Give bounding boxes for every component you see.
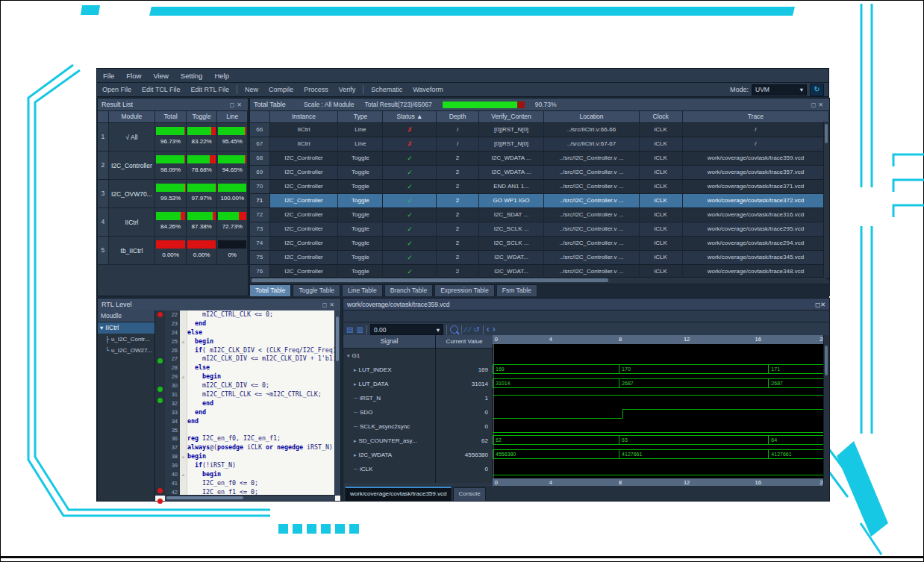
table-row[interactable]: 73I2C_ControllerToggle✓2I2C_SCLK ...../s…: [250, 222, 829, 237]
close-icon[interactable]: ✕: [237, 102, 244, 108]
zoom-icon[interactable]: [450, 325, 458, 334]
code-line[interactable]: mI2C_CTRL_CLK <= ~mI2C_CTRL_CLK;: [187, 390, 335, 399]
code-line[interactable]: reg I2C_en_f0, I2C_en_f1;: [187, 434, 335, 443]
wave-row[interactable]: 169170171: [493, 362, 825, 376]
code-line[interactable]: mI2C_CTRL_CLK <= 0;: [187, 310, 335, 319]
tab-fsm-table[interactable]: Fsm Table: [496, 284, 537, 296]
table-row[interactable]: 5tb_IICtrl0.00%0.00%0%: [98, 237, 248, 265]
code-line[interactable]: if( mI2C_CLK_DIV < (CLK_Freq/I2C_Freq)/2…: [187, 346, 335, 355]
wave-row[interactable]: 3101426872687: [493, 376, 825, 390]
breakpoint-slot[interactable]: [155, 387, 165, 396]
menu-item-setting[interactable]: Setting: [175, 72, 209, 80]
code-line[interactable]: end: [187, 417, 335, 426]
breakpoint-slot[interactable]: [155, 339, 165, 348]
code-horizontal-scrollbar[interactable]: [165, 495, 335, 501]
menu-item-flow[interactable]: Flow: [120, 72, 147, 80]
wave-row[interactable]: 626364: [493, 433, 825, 447]
column-header-module[interactable]: Module: [109, 111, 156, 122]
signal-item[interactable]: ▸LUT_INDEX: [343, 363, 435, 377]
breakpoint-slot[interactable]: [155, 358, 165, 367]
signal-item[interactable]: ─SCLK_async2sync: [343, 419, 435, 434]
tree-item-child[interactable]: └ u_I2C_OW27...: [98, 345, 154, 356]
table-row[interactable]: 66IICtrlLine✗/[0]|RST_N[0]../src/IICtrl.…: [250, 123, 829, 137]
table-row[interactable]: 69I2C_ControllerToggle✓2I2C_WDATA ...../…: [250, 166, 829, 180]
next-edge-icon[interactable]: ›: [493, 324, 496, 335]
toolbar-button-edit-tcl-file[interactable]: Edit TCL File: [137, 86, 186, 93]
breakpoint-slot[interactable]: [155, 424, 165, 433]
float-icon[interactable]: ◻: [322, 302, 330, 308]
panel-window-icons[interactable]: ◻✕: [811, 102, 825, 108]
table-row[interactable]: 72I2C_ControllerToggle✓2I2C_SDAT ...../s…: [250, 208, 829, 222]
toolbar-button-verify[interactable]: Verify: [334, 86, 361, 93]
breakpoint-slot[interactable]: [155, 376, 165, 385]
wave-row[interactable]: [493, 419, 825, 433]
code-editor[interactable]: 2223242526272829303132333435363738394041…: [155, 310, 340, 501]
spinner-icon[interactable]: ▾: [437, 326, 440, 334]
prev-edge-icon[interactable]: ‹: [487, 324, 490, 335]
tab-line-table[interactable]: Line Table: [342, 284, 383, 296]
wave-row[interactable]: [493, 461, 825, 475]
open-file-icon[interactable]: ▤: [346, 324, 353, 335]
table-row[interactable]: 75I2C_ControllerToggle✓2I2C_WDAT...../sr…: [250, 251, 829, 265]
menu-item-view[interactable]: View: [147, 72, 174, 80]
breakpoint-slot[interactable]: [155, 433, 165, 442]
column-header-depth[interactable]: Depth: [437, 111, 478, 122]
breakpoint-slot[interactable]: [155, 348, 165, 357]
fold-marker[interactable]: ▵: [180, 372, 187, 381]
table-row[interactable]: 70I2C_ControllerToggle✓2END AN1 1...../s…: [250, 180, 829, 194]
breakpoint-slot[interactable]: [155, 499, 165, 508]
breakpoint-slot[interactable]: [155, 460, 165, 469]
table-row[interactable]: 4IICtrl84.26%87.38%72.73%: [98, 208, 248, 237]
breakpoint-slot[interactable]: [155, 398, 165, 407]
table-row[interactable]: 1√ All96.73%83.22%95.45%: [98, 123, 248, 152]
column-header-line[interactable]: Line: [217, 111, 248, 122]
column-header-type[interactable]: Type: [338, 111, 383, 122]
save-icon[interactable]: ▥: [356, 324, 363, 335]
float-icon[interactable]: ◻: [815, 301, 820, 308]
toolbar-button-open-file[interactable]: Open File: [97, 86, 137, 93]
code-line[interactable]: always@(posedge iCLK or negedge iRST_N): [187, 443, 335, 452]
wave-row[interactable]: [493, 390, 825, 405]
time-input[interactable]: 0.00▾: [370, 324, 443, 335]
breakpoint-slot[interactable]: [155, 442, 165, 451]
code-line[interactable]: end: [187, 408, 335, 417]
fold-marker[interactable]: ▵: [180, 337, 187, 346]
mode-dropdown[interactable]: UVM▾: [752, 84, 807, 96]
column-header-trace[interactable]: Trace: [683, 111, 829, 122]
code-line[interactable]: end: [187, 319, 335, 328]
code-line[interactable]: begin: [187, 452, 335, 461]
tab-total-table[interactable]: Total Table: [249, 284, 291, 296]
tab-expression-table[interactable]: Expression Table: [434, 284, 495, 296]
cursor-icon[interactable]: ∕: [465, 324, 466, 335]
code-line[interactable]: mI2C_CLK_DIV <= 0;: [187, 381, 335, 390]
marker-icon[interactable]: ∕: [469, 324, 471, 335]
tab-console[interactable]: Console: [453, 487, 485, 501]
code-line[interactable]: else: [187, 363, 335, 372]
close-icon[interactable]: ✕: [818, 102, 825, 108]
code-line[interactable]: [187, 426, 335, 435]
toolbar-button-new[interactable]: New: [240, 86, 263, 93]
table-row[interactable]: 74I2C_ControllerToggle✓2I2C_SCLK ...../s…: [250, 237, 829, 251]
fold-marker[interactable]: ▵: [180, 470, 187, 479]
column-header-status[interactable]: Status ▲: [383, 111, 437, 122]
signal-item[interactable]: ─iRST_N: [343, 391, 435, 405]
code-line[interactable]: else: [187, 328, 335, 337]
panel-window-icons[interactable]: ◻✕: [230, 102, 244, 108]
toolbar-button-schematic[interactable]: Schematic: [366, 86, 408, 93]
signal-item[interactable]: ▸I2C_WDATA: [343, 448, 435, 462]
breakpoint-slot[interactable]: [155, 330, 165, 339]
table-row[interactable]: 67IICtrlLine✗/[0]|RST_N[0]../src/IICtrl.…: [250, 137, 829, 152]
code-vertical-scrollbar[interactable]: [334, 310, 340, 496]
breakpoint-slot[interactable]: [155, 488, 165, 497]
wave-row[interactable]: 455638041276614127661: [493, 447, 825, 461]
signal-item[interactable]: ▸LUT_DATA: [343, 377, 435, 391]
undo-icon[interactable]: ↺: [473, 324, 479, 335]
code-lines[interactable]: mI2C_CTRL_CLK <= 0; endelse begin if( mI…: [187, 310, 335, 496]
column-header-toggle[interactable]: Toggle: [187, 111, 218, 122]
breakpoint-slot[interactable]: [155, 451, 165, 460]
menu-item-help[interactable]: Help: [208, 72, 235, 80]
chevron-down-icon[interactable]: ▾: [100, 322, 103, 334]
breakpoint-slot[interactable]: [155, 406, 165, 415]
tab-trace-file[interactable]: work/coverage/covtask/trace359.vcd: [345, 487, 452, 501]
fold-marker[interactable]: ▵: [180, 452, 187, 461]
